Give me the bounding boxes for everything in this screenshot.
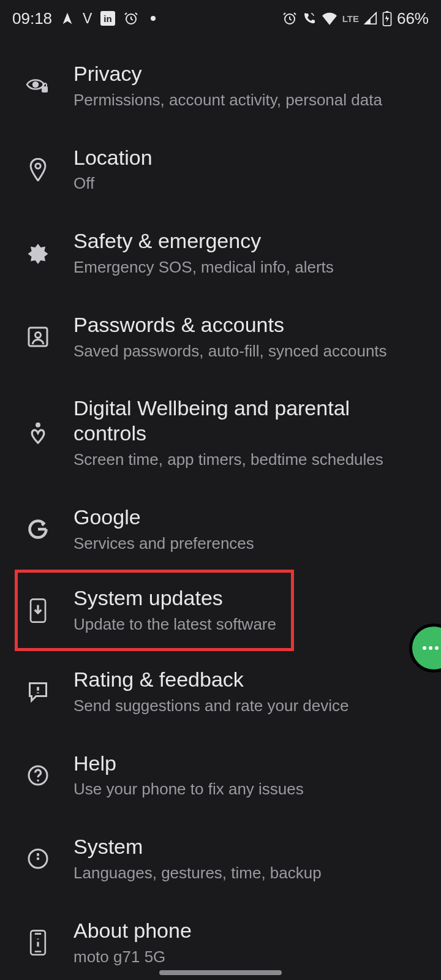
setting-subtitle: Permissions, account activity, personal … — [74, 90, 425, 111]
send-icon — [61, 12, 74, 25]
svg-point-6 — [33, 82, 38, 87]
setting-rating[interactable]: Rating & feedback Send suggestions and r… — [0, 650, 441, 734]
settings-list: Privacy Permissions, account activity, p… — [0, 34, 441, 978]
svg-rect-7 — [42, 86, 48, 92]
svg-point-14 — [37, 779, 39, 782]
status-bar: 09:18 V in LTE 66% — [0, 0, 441, 34]
privacy-icon — [24, 72, 51, 99]
help-icon — [24, 762, 51, 789]
system-updates-icon — [24, 597, 51, 624]
google-icon — [24, 516, 51, 543]
setting-subtitle: Use your phone to fix any issues — [74, 779, 425, 800]
setting-title: Google — [74, 505, 425, 530]
setting-subtitle: Screen time, app timers, bedtime schedul… — [74, 450, 425, 470]
setting-subtitle: Update to the latest software — [74, 614, 425, 635]
setting-passwords[interactable]: Passwords & accounts Saved passwords, au… — [0, 295, 441, 379]
status-left: 09:18 V in — [12, 9, 156, 28]
lte-indicator: LTE — [342, 13, 359, 24]
system-icon — [24, 845, 51, 872]
setting-wellbeing[interactable]: Digital Wellbeing and parental controls … — [0, 379, 441, 487]
more-dots-icon — [423, 646, 439, 650]
status-right: LTE 66% — [282, 9, 429, 28]
v-icon: V — [83, 10, 92, 27]
svg-point-11 — [36, 423, 40, 428]
setting-privacy[interactable]: Privacy Permissions, account activity, p… — [0, 44, 441, 128]
location-icon — [24, 156, 51, 183]
setting-title: About phone — [74, 918, 425, 943]
about-icon — [24, 929, 51, 956]
alarm-status-icon — [282, 11, 297, 26]
setting-google[interactable]: Google Services and preferences — [0, 488, 441, 571]
more-dot-icon — [151, 16, 156, 21]
signal-icon — [364, 12, 377, 25]
setting-title: System — [74, 834, 425, 859]
setting-title: Privacy — [74, 61, 425, 86]
battery-percent: 66% — [397, 9, 429, 28]
setting-subtitle: Emergency SOS, medical info, alerts — [74, 257, 425, 278]
alarm-icon — [124, 11, 138, 26]
status-time: 09:18 — [12, 9, 52, 28]
battery-icon — [382, 10, 392, 26]
svg-point-10 — [36, 333, 41, 338]
wifi-icon — [322, 12, 337, 25]
passwords-icon — [24, 323, 51, 350]
setting-title: Passwords & accounts — [74, 312, 425, 337]
setting-subtitle: Services and preferences — [74, 533, 425, 554]
setting-subtitle: Send suggestions and rate your device — [74, 696, 425, 717]
svg-text:in: in — [104, 13, 112, 24]
wifi-calling-icon — [302, 11, 317, 26]
setting-title: System updates — [74, 586, 425, 611]
setting-system[interactable]: System Languages, gestures, time, backup — [0, 817, 441, 901]
navigation-handle[interactable] — [159, 970, 282, 975]
setting-subtitle: Saved passwords, auto-fill, synced accou… — [74, 341, 425, 362]
setting-title: Help — [74, 751, 425, 776]
setting-about[interactable]: About phone moto g71 5G — [0, 901, 441, 979]
svg-point-8 — [36, 164, 40, 168]
setting-location[interactable]: Location Off — [0, 128, 441, 212]
setting-help[interactable]: Help Use your phone to fix any issues — [0, 734, 441, 818]
svg-point-16 — [37, 858, 40, 861]
setting-subtitle: moto g71 5G — [74, 947, 425, 968]
wellbeing-icon — [24, 420, 51, 447]
setting-subtitle: Languages, gestures, time, backup — [74, 863, 425, 884]
setting-system-updates[interactable]: System updates Update to the latest soft… — [0, 571, 441, 650]
setting-title: Rating & feedback — [74, 667, 425, 692]
setting-title: Safety & emergency — [74, 228, 425, 254]
setting-safety[interactable]: Safety & emergency Emergency SOS, medica… — [0, 211, 441, 295]
setting-title: Digital Wellbeing and parental controls — [74, 396, 425, 446]
safety-icon — [24, 239, 51, 266]
setting-title: Location — [74, 145, 425, 170]
rating-icon — [24, 678, 51, 705]
linkedin-icon: in — [100, 11, 115, 26]
svg-rect-5 — [386, 11, 388, 12]
setting-subtitle: Off — [74, 173, 425, 194]
